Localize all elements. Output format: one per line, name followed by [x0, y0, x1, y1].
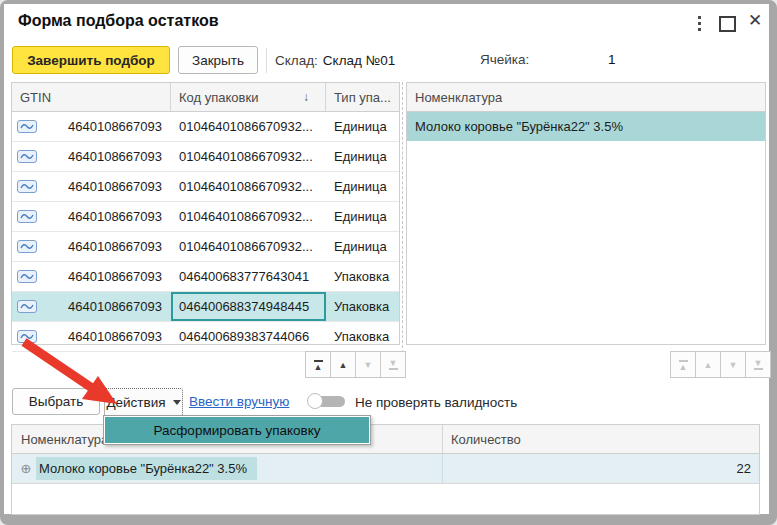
table-row[interactable]: 4640108667093 01046401086670932... Едини… [12, 112, 399, 142]
barcode-mark-icon [17, 300, 37, 313]
go-down-button[interactable]: ▼ [355, 351, 381, 378]
barcode-mark-icon [17, 120, 37, 133]
barcode-mark-icon [17, 150, 37, 163]
form-window: Форма подбора остатков ✕ Завершить подбо… [4, 4, 769, 514]
enter-manually-link[interactable]: Ввести вручную [189, 394, 289, 409]
selected-cell[interactable]: 046400688374948445 [171, 292, 326, 321]
actions-dropdown-button[interactable]: Действия [104, 388, 183, 417]
warehouse-value: Склад №01 [323, 53, 395, 68]
close-button[interactable]: Закрыть [178, 46, 258, 74]
finish-selection-button[interactable]: Завершить подбор [12, 46, 170, 74]
select-button[interactable]: Выбрать [12, 388, 100, 415]
table-row[interactable]: 4640108667093 01046401086670932... Едини… [12, 232, 399, 262]
cell-label: Ячейка: [480, 46, 529, 74]
packages-table-header: GTIN Код упаковки ↓ Тип упа... [12, 83, 399, 112]
result-row-name: Молоко коровье "Бурёнка22" 3.5% [36, 457, 257, 480]
validity-toggle-label: Не проверять валидность [355, 395, 517, 410]
go-up-button[interactable]: ▲ [695, 351, 721, 378]
go-first-button[interactable]: ▲ [670, 351, 696, 378]
actions-menu: Расформировать упаковку [103, 415, 371, 445]
go-last-button[interactable]: ▼ [745, 351, 771, 378]
barcode-mark-icon [17, 330, 37, 343]
nomenclature-row-selected[interactable]: Молоко коровье "Бурёнка22" 3.5% [407, 112, 765, 141]
result-row-quantity: 22 [443, 454, 759, 483]
warehouse-field: Склад: Склад №01 [275, 46, 395, 74]
packages-table: GTIN Код упаковки ↓ Тип упа... 464010866… [11, 82, 400, 345]
go-last-button[interactable]: ▼ [380, 351, 406, 378]
table-row[interactable]: 4640108667093 01046401086670932... Едини… [12, 142, 399, 172]
page-title: Форма подбора остатков [18, 12, 219, 30]
barcode-mark-icon [17, 240, 37, 253]
expand-icon[interactable]: ⊕ [16, 461, 36, 476]
warehouse-label: Склад: [275, 53, 318, 68]
column-header-gtin[interactable]: GTIN [12, 83, 171, 111]
go-up-button[interactable]: ▲ [330, 351, 356, 378]
nomenclature-panel-nav: ▲ ▲ ▼ ▼ [670, 351, 771, 378]
cell-value: 1 [608, 46, 616, 74]
table-row[interactable]: 4640108667093 046400689383744066 Упаковк… [12, 322, 399, 352]
panel-splitter[interactable] [402, 82, 403, 378]
validity-toggle[interactable] [307, 393, 347, 409]
column-header-package-code[interactable]: Код упаковки ↓ [171, 83, 326, 111]
menu-item-unpack[interactable]: Расформировать упаковку [105, 417, 369, 443]
table-row[interactable]: 4640108667093 01046401086670932... Едини… [12, 172, 399, 202]
sort-desc-icon: ↓ [303, 90, 309, 104]
table-row[interactable]: 4640108667093 046400683777643041 Упаковк… [12, 262, 399, 292]
result-row[interactable]: ⊕ Молоко коровье "Бурёнка22" 3.5% 22 [12, 454, 759, 484]
more-menu-icon[interactable] [692, 16, 706, 34]
packages-table-nav: ▲ ▲ ▼ ▼ [305, 351, 406, 378]
toolbar-separator [266, 48, 267, 73]
nomenclature-panel: Номенклатура Молоко коровье "Бурёнка22" … [406, 82, 766, 345]
table-row-selected[interactable]: 4640108667093 046400688374948445 Упаковк… [12, 292, 399, 322]
go-down-button[interactable]: ▼ [720, 351, 746, 378]
maximize-icon[interactable] [719, 16, 736, 32]
nomenclature-panel-header: Номенклатура [407, 83, 765, 112]
barcode-mark-icon [17, 210, 37, 223]
table-row[interactable]: 4640108667093 01046401086670932... Едини… [12, 202, 399, 232]
column-header-package-type[interactable]: Тип упа... [326, 83, 399, 111]
actions-button-label: Действия [106, 395, 165, 410]
chevron-down-icon [173, 400, 181, 405]
go-first-button[interactable]: ▲ [305, 351, 331, 378]
close-icon[interactable]: ✕ [748, 10, 762, 32]
barcode-mark-icon [17, 270, 37, 283]
column-header-nomenclature[interactable]: Номенклатура [407, 83, 765, 111]
barcode-mark-icon [17, 180, 37, 193]
column-header-quantity[interactable]: Количество [443, 425, 759, 453]
